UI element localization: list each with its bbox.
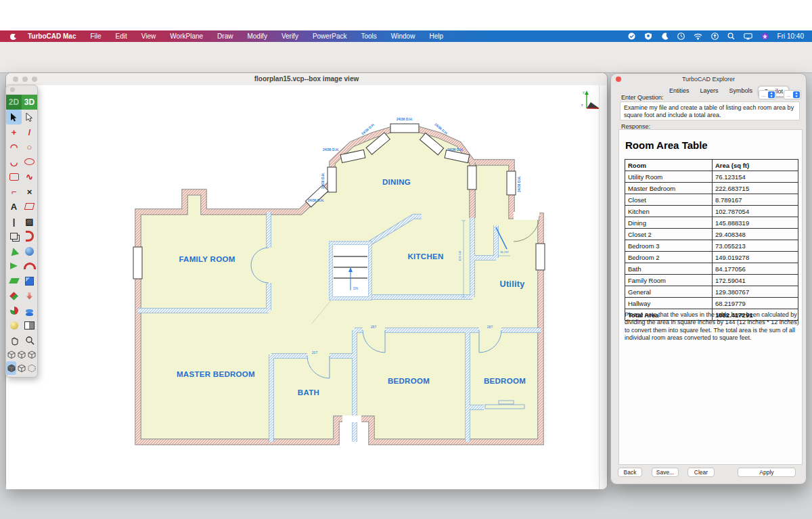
zoom-tool[interactable] — [22, 333, 37, 348]
save-button[interactable]: Save... — [652, 468, 679, 477]
revolve-tool[interactable] — [22, 258, 37, 273]
ellipse-tool[interactable] — [22, 154, 37, 169]
search-icon[interactable] — [727, 32, 735, 40]
menu-edit[interactable]: Edit — [116, 32, 127, 40]
menu-view[interactable]: View — [141, 32, 156, 40]
menu-help[interactable]: Help — [429, 32, 443, 40]
polygon-tool[interactable] — [22, 199, 37, 214]
clear-button[interactable]: Clear — [687, 468, 715, 477]
iso-cube-tool[interactable] — [6, 348, 16, 361]
box-tool[interactable] — [22, 273, 37, 288]
menu-file[interactable]: File — [90, 32, 101, 40]
dimetric-cube-tool[interactable] — [27, 348, 37, 361]
table-row: Dining145.888319 — [625, 217, 798, 229]
check-circle-icon[interactable] — [628, 32, 635, 40]
option-dropdown-1[interactable]: ...▲▼ — [759, 90, 776, 99]
back-button[interactable]: Back — [618, 468, 642, 477]
drawing-canvas[interactable]: DN — [6, 85, 600, 489]
menu-bar: TurboCAD Mac File Edit View WorkPlane Dr… — [0, 30, 812, 42]
hatch-tool[interactable]: ▨ — [22, 214, 37, 229]
wireframe-cube-tool[interactable] — [16, 361, 26, 375]
menu-workplane[interactable]: WorkPlane — [170, 32, 203, 40]
dim-bath-door: 207 — [312, 351, 318, 355]
wifi-icon[interactable] — [694, 33, 702, 40]
shaded-cube-tool[interactable] — [6, 361, 16, 375]
render-modes-tool[interactable] — [22, 318, 37, 333]
spline-tool[interactable]: ∿ — [22, 169, 37, 184]
mode-2d-button[interactable]: 2D — [6, 95, 22, 110]
magnet-tool[interactable] — [22, 229, 37, 244]
arc-tool[interactable]: ◠ — [6, 139, 22, 154]
pyramid-tool[interactable] — [6, 244, 22, 258]
table-row: General129.380767 — [625, 286, 798, 298]
palette-titlebar[interactable] — [6, 85, 37, 95]
mode-3d-button[interactable]: 3D — [22, 95, 37, 110]
menu-clock[interactable]: Fri 10:40 — [777, 32, 804, 40]
svg-text:24/36 D.H.: 24/36 D.H. — [323, 148, 340, 152]
option-dropdown-2[interactable]: ...▲▼ — [784, 90, 801, 99]
explorer-title: TurboCAD Explorer — [611, 76, 806, 83]
curve-tool[interactable]: ◡ — [6, 154, 22, 169]
tab-layers[interactable]: Layers — [695, 86, 724, 97]
palette-close-button[interactable] — [10, 87, 15, 92]
tab-symbols[interactable]: Symbols — [724, 86, 759, 97]
svg-text:24/36 D.H.: 24/36 D.H. — [397, 117, 413, 121]
axis-indicator: y x z — [581, 90, 600, 110]
trim-tool[interactable]: × — [22, 184, 37, 199]
cylinders-tool[interactable] — [22, 303, 37, 318]
select-tool[interactable] — [6, 110, 22, 125]
dim-bedroom-left-door: 287 — [371, 325, 377, 329]
axis-y-label: y — [583, 90, 585, 94]
wire-cube-tool[interactable] — [16, 348, 26, 361]
master-bedroom-label: MASTER BEDROOM — [177, 370, 255, 378]
menu-powerpack[interactable]: PowerPack — [313, 32, 347, 40]
pin-icon[interactable] — [761, 32, 769, 40]
text-tool[interactable]: A — [6, 199, 22, 214]
duplicate-tool[interactable] — [6, 229, 22, 244]
explorer-titlebar[interactable]: TurboCAD Explorer — [611, 74, 806, 84]
clock-icon[interactable] — [677, 32, 685, 40]
extrude-tool[interactable] — [6, 273, 22, 288]
svg-text:24/36 D.H.: 24/36 D.H. — [517, 175, 521, 192]
rectangle-tool[interactable] — [6, 169, 22, 184]
line-tool[interactable]: / — [22, 125, 37, 139]
canvas-scrollbar[interactable] — [599, 85, 607, 489]
hidden-line-cube-tool[interactable] — [27, 361, 37, 375]
table-row: Closet8.789167 — [625, 194, 798, 206]
boolean-diamond-tool[interactable] — [6, 288, 22, 303]
menu-modify[interactable]: Modify — [247, 32, 267, 40]
shield-icon[interactable] — [644, 32, 652, 40]
menu-tools[interactable]: Tools — [361, 32, 376, 40]
menu-window[interactable]: Window — [391, 32, 415, 40]
menu-app-name[interactable]: TurboCAD Mac — [28, 32, 76, 40]
select-add-tool[interactable] — [22, 110, 37, 125]
utility-label: Utility — [500, 279, 525, 289]
circle-tool[interactable]: ○ — [22, 139, 37, 154]
sweep-tool[interactable] — [6, 258, 22, 273]
tab-entities[interactable]: Entities — [664, 86, 695, 97]
segment-tool[interactable]: | — [6, 214, 22, 229]
stairs-dn-label: DN — [353, 286, 359, 290]
floorplan-drawing[interactable]: DN — [6, 85, 600, 489]
table-row: Utility Room76.123154 — [625, 171, 798, 183]
display-icon[interactable] — [744, 33, 752, 40]
boolean-pie-tool[interactable] — [6, 303, 22, 318]
family-room-label: FAMILY ROOM — [179, 255, 235, 263]
update-icon[interactable] — [711, 32, 719, 40]
question-input[interactable]: Examine my file and create a table of li… — [620, 101, 800, 120]
menu-verify[interactable]: Verify — [281, 32, 298, 40]
fillet-tool[interactable]: ⌐ — [6, 184, 22, 199]
apple-menu-icon[interactable] — [9, 32, 17, 40]
moon-icon[interactable] — [661, 32, 669, 40]
drawing-window-titlebar[interactable]: floorplan15.vcp--box image view — [6, 73, 607, 86]
response-area[interactable]: Room Area Table Room Area (sq ft) Utilit… — [618, 129, 803, 465]
bedroom-right-label: BEDROOM — [484, 377, 526, 385]
menu-draw[interactable]: Draw — [217, 32, 233, 40]
material-sphere-tool[interactable] — [6, 318, 22, 333]
table-header-row: Room Area (sq ft) — [625, 160, 798, 171]
sphere-tool[interactable] — [22, 244, 37, 258]
point-tool[interactable]: + — [6, 125, 22, 139]
apply-button[interactable]: Apply — [738, 468, 796, 477]
pan-tool[interactable] — [6, 333, 22, 348]
press-pull-tool[interactable] — [22, 288, 37, 303]
